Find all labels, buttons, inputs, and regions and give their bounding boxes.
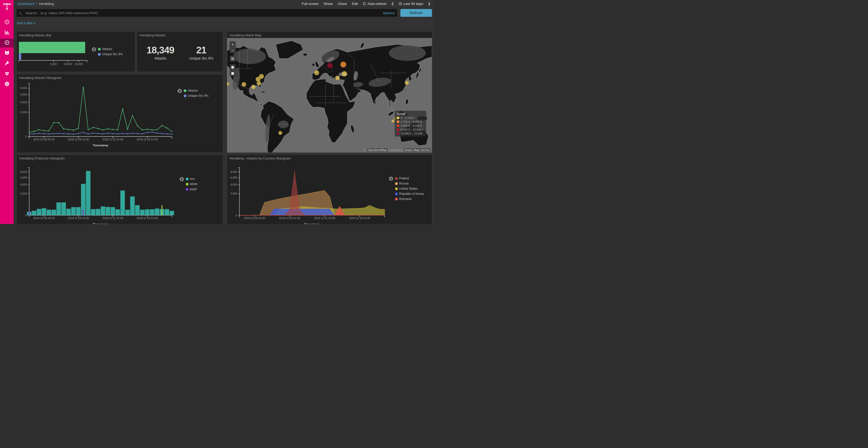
- refresh-icon: [363, 2, 366, 5]
- map-legend-item: 3 – 2,729.4: [397, 116, 424, 119]
- legend-color-dot: [395, 193, 398, 195]
- draw-control-group: [230, 64, 236, 76]
- sidebar-item-t-pot[interactable]: [0, 49, 14, 58]
- map-legend-range: 3 – 2,729.4: [401, 116, 414, 119]
- svg-text:2018-10-28 02:00: 2018-10-28 02:00: [33, 138, 55, 141]
- clone-button[interactable]: Clone: [338, 2, 347, 6]
- sidebar-item-monitoring[interactable]: [0, 70, 14, 78]
- sidebar: [0, 0, 14, 224]
- metric-attacks: 18,349 Attacks: [147, 45, 174, 60]
- svg-text:Timestamp: Timestamp: [304, 223, 320, 224]
- refresh-button[interactable]: Refresh: [400, 9, 432, 17]
- map-legend-dot: [397, 132, 399, 135]
- time-back-button[interactable]: [392, 2, 394, 6]
- zoom-in-button[interactable]: +: [230, 41, 236, 47]
- svg-text:4,000: 4,000: [20, 101, 27, 104]
- telekom-logo[interactable]: [0, 0, 14, 12]
- legend-item[interactable]: Republic of Korea: [395, 192, 424, 196]
- bar-chart-icon: [4, 29, 10, 36]
- options-link[interactable]: Options: [382, 11, 395, 15]
- legend-color-dot: [186, 177, 189, 180]
- legend-color-dot: [395, 198, 398, 201]
- svg-text:5,000: 5,000: [50, 63, 57, 66]
- metric-unique-src-ips: 21 Unique Src IPs: [189, 45, 213, 60]
- legend-item[interactable]: United States: [395, 187, 424, 191]
- add-filter-link[interactable]: Add a filter +: [17, 21, 36, 25]
- auto-refresh-button[interactable]: Auto-refresh: [363, 2, 386, 6]
- svg-text:2,000: 2,000: [20, 111, 27, 114]
- elastic-maps-service-link[interactable]: Elastic Maps Service: [404, 148, 431, 151]
- svg-text:2,000: 2,000: [230, 192, 237, 195]
- legend-label: Russia: [399, 182, 409, 185]
- legend-label: telnet: [190, 182, 197, 186]
- legend-expand-icon[interactable]: ❯: [180, 177, 184, 181]
- legend-item[interactable]: Attacks: [98, 47, 123, 51]
- legend-item[interactable]: vnc: [186, 177, 197, 181]
- polygon-draw-icon[interactable]: [230, 64, 236, 70]
- legend-expand-icon[interactable]: ❯: [92, 47, 96, 51]
- legend-label: United States: [399, 187, 418, 191]
- filter-bar: Add a filter +: [14, 18, 434, 29]
- time-picker-button[interactable]: Last 30 days: [399, 2, 423, 6]
- legend-expand-icon[interactable]: ❯: [178, 89, 182, 93]
- sidebar-item-dev-tools[interactable]: [0, 59, 14, 68]
- world-map[interactable]: + −: [227, 38, 432, 152]
- panel-attack-map: Heralding Attack Map: [227, 32, 432, 153]
- metric-value: 21: [189, 45, 213, 56]
- svg-text:Timestamp: Timestamp: [93, 223, 108, 224]
- fullscreen-button[interactable]: Full screen: [302, 2, 319, 6]
- svg-text:2018-11-18 01:00: 2018-11-18 01:00: [137, 138, 158, 141]
- legend-item[interactable]: Romania: [395, 197, 424, 201]
- openstreetmap-link[interactable]: OpenStreetMap: [367, 148, 388, 151]
- crop-icon[interactable]: [230, 56, 236, 62]
- sidebar-nav: [0, 18, 14, 89]
- svg-text:2,000: 2,000: [20, 192, 27, 195]
- panel-title: Heralding - Attacks by Country Histogram: [227, 155, 432, 161]
- breadcrumb-dashboard-link[interactable]: Dashboard: [17, 2, 34, 6]
- protocols-histogram-chart[interactable]: 02,0004,0006,0008,0002018-10-28 02:00201…: [17, 161, 222, 224]
- rectangle-draw-icon[interactable]: [230, 70, 236, 76]
- heartbeat-icon: [4, 71, 10, 77]
- legend-item[interactable]: Unique Src IPs: [184, 94, 209, 98]
- legend-item[interactable]: Unique Src IPs: [98, 53, 123, 56]
- map-legend-dot: [397, 128, 399, 131]
- legend-item[interactable]: pop3: [186, 187, 197, 191]
- sidebar-item-discover[interactable]: [0, 18, 14, 27]
- nav-actions: Full screen Share Clone Edit Auto-refres…: [302, 2, 430, 6]
- legend-color-dot: [184, 95, 187, 97]
- attack-location-bubble: [405, 81, 409, 85]
- breadcrumb-current: Heralding: [39, 2, 54, 6]
- chart-legend: ❯AttacksUnique Src IPs: [178, 89, 209, 98]
- share-button[interactable]: Share: [324, 2, 333, 6]
- clock-icon: [399, 2, 402, 5]
- sidebar-item-management[interactable]: [0, 80, 14, 89]
- attack-location-bubble: [242, 82, 246, 87]
- map-legend-range: 8,182.2 – 10,908.6: [401, 128, 424, 131]
- panel-title: Heralding Protocols Histogram: [17, 155, 223, 161]
- fit-data-group: [230, 56, 236, 62]
- sidebar-item-visualize[interactable]: [0, 28, 14, 37]
- legend-item[interactable]: Poland: [395, 176, 424, 180]
- chart-legend: ❯AttacksUnique Src IPs: [92, 47, 123, 56]
- legend-expand-icon[interactable]: ❯: [389, 176, 393, 181]
- legend-item[interactable]: Russia: [395, 182, 424, 185]
- map-legend-range: 5,455.8 – 8,182.2: [401, 124, 422, 127]
- legend-label: Poland: [399, 176, 409, 180]
- search-input[interactable]: [26, 11, 381, 15]
- legend-color-dot: [184, 89, 187, 92]
- sidebar-item-dashboard[interactable]: [0, 39, 14, 47]
- legend-item[interactable]: Attacks: [184, 89, 209, 92]
- time-forward-button[interactable]: [428, 2, 430, 6]
- panel-protocols-histogram: Heralding Protocols Histogram 02,0004,00…: [17, 154, 223, 224]
- legend-color-dot: [395, 182, 398, 185]
- attack-location-bubble: [327, 63, 333, 68]
- search-box: >_ Options: [17, 9, 397, 17]
- map-legend-dot: [397, 125, 399, 127]
- legend-label: Romania: [399, 197, 411, 201]
- map-legend-range: 2,729.4 – 5,455.8: [401, 120, 422, 123]
- dashboard-grid: Heralding Attacks Bar 5,00010,00015,000 …: [14, 29, 434, 224]
- edit-button[interactable]: Edit: [352, 2, 358, 6]
- legend-item[interactable]: telnet: [186, 182, 197, 186]
- zoom-out-button[interactable]: −: [230, 47, 236, 53]
- svg-text:2018-11-18 01:00: 2018-11-18 01:00: [349, 216, 370, 219]
